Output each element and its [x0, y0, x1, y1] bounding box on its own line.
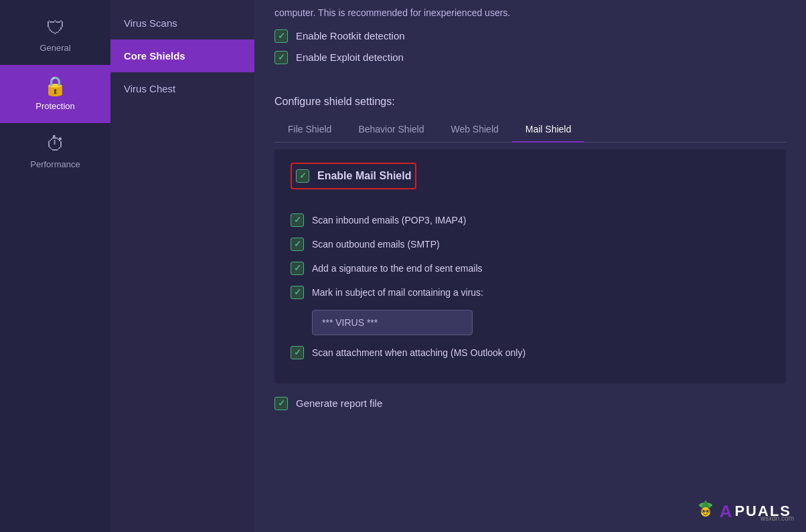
signature-row: Add a signature to the end of sent email…: [291, 262, 770, 275]
exploit-row: Enable Exploit detection: [274, 51, 786, 64]
watermark: A PUALS wsxdn.com: [693, 499, 794, 524]
scan-attach-label: Scan attachment when attaching (MS Outlo…: [312, 347, 526, 358]
tab-file-shield[interactable]: File Shield: [274, 117, 345, 143]
subnav-virus-scans[interactable]: Virus Scans: [110, 7, 254, 39]
top-note: computer. This is recommended for inexpe…: [274, 7, 786, 20]
signature-checkbox[interactable]: [291, 262, 304, 275]
scan-attach-row: Scan attachment when attaching (MS Outlo…: [291, 346, 770, 359]
logo-wizard-icon: [693, 499, 718, 524]
exploit-label: Enable Exploit detection: [296, 52, 404, 63]
mark-subject-checkbox[interactable]: [291, 286, 304, 299]
tab-behavior-shield[interactable]: Behavior Shield: [345, 117, 437, 143]
sidebar-item-protection[interactable]: 🔒 Protection: [0, 65, 110, 123]
svg-point-3: [702, 511, 704, 512]
general-icon: 🛡: [46, 19, 65, 37]
sidebar-label-general: General: [39, 43, 70, 53]
subnav: Virus Scans Core Shields Virus Chest: [110, 0, 254, 532]
scan-attach-checkbox[interactable]: [291, 346, 304, 359]
bottom-section: Generate report file: [254, 383, 806, 424]
outbound-label: Scan outbound emails (SMTP): [312, 239, 440, 250]
sidebar-item-general[interactable]: 🛡 General: [0, 7, 110, 65]
mark-subject-label: Mark in subject of mail containing a vir…: [312, 287, 483, 298]
tab-mail-shield[interactable]: Mail Shield: [512, 117, 584, 143]
outbound-checkbox[interactable]: [291, 238, 304, 251]
top-section: computer. This is recommended for inexpe…: [254, 0, 806, 82]
svg-point-4: [706, 511, 708, 512]
sidebar-label-performance: Performance: [30, 159, 80, 169]
sidebar: 🛡 General 🔒 Protection ⏱ Performance: [0, 0, 110, 532]
generate-report-checkbox[interactable]: [274, 397, 288, 410]
generate-report-label: Generate report file: [296, 397, 382, 409]
enable-mail-shield-row[interactable]: Enable Mail Shield: [291, 163, 416, 189]
outbound-row: Scan outbound emails (SMTP): [291, 238, 770, 251]
performance-icon: ⏱: [46, 135, 65, 154]
logo-text-a: A: [720, 501, 734, 522]
exploit-checkbox[interactable]: [274, 51, 288, 64]
signature-label: Add a signature to the end of sent email…: [312, 263, 483, 274]
sidebar-label-protection: Protection: [35, 101, 75, 111]
rootkit-row: Enable Rootkit detection: [274, 29, 786, 43]
inbound-label: Scan inbound emails (POP3, IMAP4): [312, 215, 466, 226]
protection-icon: 🔒: [44, 77, 67, 96]
enable-mail-shield-checkbox[interactable]: [296, 169, 309, 183]
sidebar-item-performance[interactable]: ⏱ Performance: [0, 123, 110, 181]
enable-mail-shield-label: Enable Mail Shield: [317, 170, 411, 182]
main-content: computer. This is recommended for inexpe…: [254, 0, 806, 532]
tab-web-shield[interactable]: Web Shield: [437, 117, 511, 143]
subnav-virus-chest[interactable]: Virus Chest: [110, 72, 254, 105]
mark-subject-row: Mark in subject of mail containing a vir…: [291, 286, 770, 299]
rootkit-checkbox[interactable]: [274, 29, 288, 43]
subnav-core-shields[interactable]: Core Shields: [110, 39, 254, 72]
inbound-checkbox[interactable]: [291, 213, 304, 227]
watermark-site: wsxdn.com: [760, 515, 794, 522]
rootkit-label: Enable Rootkit detection: [296, 30, 405, 41]
inbound-row: Scan inbound emails (POP3, IMAP4): [291, 213, 770, 227]
shield-tabs: File Shield Behavior Shield Web Shield M…: [274, 117, 786, 143]
mail-shield-content: Enable Mail Shield Scan inbound emails (…: [274, 149, 786, 383]
configure-title: Configure shield settings:: [274, 96, 786, 108]
virus-marker-input[interactable]: [312, 310, 473, 335]
